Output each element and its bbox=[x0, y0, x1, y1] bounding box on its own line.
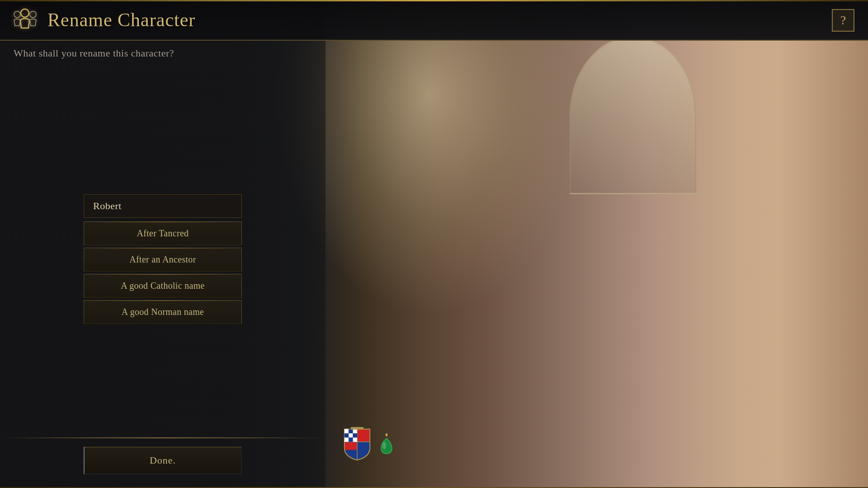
header-top-border bbox=[0, 0, 868, 1]
header-bar: Rename Character bbox=[0, 0, 868, 41]
subtitle-text: What shall you rename this character? bbox=[14, 47, 174, 59]
svg-rect-12 bbox=[349, 437, 353, 441]
options-panel: Robert After Tancred After an Ancestor A… bbox=[84, 194, 242, 326]
shield-icon bbox=[341, 427, 373, 461]
help-button[interactable]: ? bbox=[832, 9, 854, 32]
svg-rect-16 bbox=[345, 442, 357, 450]
character-icon bbox=[10, 5, 40, 35]
svg-rect-13 bbox=[353, 437, 357, 441]
current-name-display: Robert bbox=[84, 194, 242, 218]
coat-of-arms-area bbox=[341, 427, 396, 461]
svg-rect-10 bbox=[353, 433, 357, 437]
bookshelf-right bbox=[778, 0, 868, 488]
after-tancred-button[interactable]: After Tancred bbox=[84, 221, 242, 245]
norman-name-button[interactable]: A good Norman name bbox=[84, 300, 242, 324]
droplet-icon bbox=[377, 433, 396, 455]
svg-rect-11 bbox=[344, 437, 349, 441]
room-overlay bbox=[280, 0, 868, 488]
svg-point-0 bbox=[14, 11, 20, 18]
svg-rect-7 bbox=[353, 429, 357, 433]
svg-rect-6 bbox=[349, 429, 353, 433]
header-icon-container bbox=[9, 4, 41, 36]
svg-rect-5 bbox=[344, 429, 349, 433]
window-arch bbox=[570, 36, 696, 194]
catholic-name-button[interactable]: A good Catholic name bbox=[84, 274, 242, 298]
done-button[interactable]: Done. bbox=[84, 447, 242, 474]
svg-rect-14 bbox=[358, 430, 369, 441]
page-title: Rename Character bbox=[47, 9, 195, 31]
svg-point-1 bbox=[21, 9, 29, 17]
svg-rect-17 bbox=[351, 427, 363, 430]
svg-point-21 bbox=[382, 442, 386, 449]
svg-rect-8 bbox=[344, 433, 349, 437]
separator-line bbox=[0, 437, 326, 438]
svg-point-2 bbox=[30, 11, 36, 18]
svg-rect-15 bbox=[358, 442, 369, 450]
svg-rect-9 bbox=[349, 433, 353, 437]
after-ancestor-button[interactable]: After an Ancestor bbox=[84, 248, 242, 272]
